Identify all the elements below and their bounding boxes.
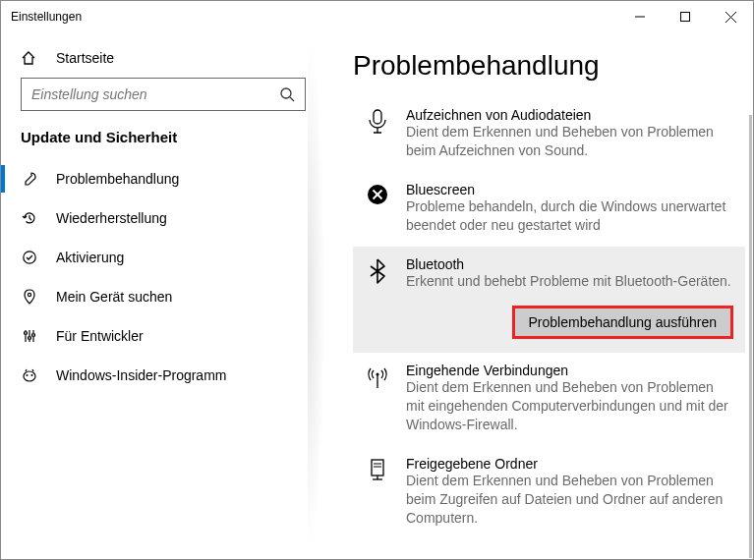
server-icon [365,456,390,528]
window-title: Einstellungen [11,10,617,24]
svg-point-14 [24,371,35,381]
sidebar-item-recovery[interactable]: Wiederherstellung [1,198,325,238]
svg-line-5 [290,97,294,101]
sidebar-item-label: Mein Gerät suchen [56,289,172,305]
insider-icon [21,367,38,383]
troubleshooter-bluescreen[interactable]: Bluescreen Probleme behandeln, durch die… [353,172,745,247]
settings-window: Einstellungen Startseite [0,0,754,560]
troubleshooter-title: Bluetooth [406,256,733,272]
sidebar-item-label: Windows-Insider-Programm [56,367,226,383]
main-panel: Problembehandlung Aufzeichnen von Audiod… [325,32,753,559]
scrollbar[interactable] [749,115,752,558]
svg-line-3 [725,12,736,23]
microphone-icon [365,107,390,160]
sidebar-item-label: Wiederherstellung [56,210,167,226]
window-controls [617,1,753,32]
nav-list: Problembehandlung Wiederherstellung Akti… [1,159,325,395]
troubleshooter-desc: Erkennt und behebt Probleme mit Bluetoot… [406,272,733,291]
troubleshooter-desc: Dient dem Erkennen und Beheben von Probl… [406,123,733,160]
svg-rect-1 [681,13,690,22]
svg-point-16 [31,374,33,376]
troubleshooter-desc: Probleme behandeln, durch die Windows un… [406,197,733,235]
check-circle-icon [21,250,38,265]
svg-rect-12 [29,337,31,339]
troubleshooter-desc: Dient dem Erkennen und Beheben von Probl… [406,472,733,528]
search-icon [279,86,295,102]
troubleshooter-desc: Dient dem Erkennen und Beheben von Probl… [406,378,733,434]
troubleshooter-title: Aufzeichnen von Audiodateien [406,107,733,123]
home-link[interactable]: Startseite [1,40,325,78]
search-input[interactable] [31,86,279,102]
svg-line-18 [32,369,33,371]
maximize-button[interactable] [663,1,708,32]
antenna-icon [365,363,390,434]
troubleshooter-title: Bluescreen [406,182,733,197]
svg-line-17 [26,369,27,371]
sidebar-item-label: Aktivierung [56,250,124,265]
troubleshooter-bluetooth[interactable]: Bluetooth Erkennt und behebt Probleme mi… [353,247,745,354]
svg-point-15 [27,374,29,376]
svg-point-6 [24,252,35,263]
svg-rect-19 [374,110,381,124]
sidebar-item-developers[interactable]: Für Entwickler [1,316,325,356]
run-troubleshooter-button[interactable]: Problembehandlung ausführen [512,306,733,339]
svg-rect-11 [25,332,28,334]
troubleshooter-incoming-connections[interactable]: Eingehende Verbindungen Dient dem Erkenn… [353,353,745,446]
sidebar-item-insider[interactable]: Windows-Insider-Programm [1,356,325,395]
troubleshooter-shared-folders[interactable]: Freigegebene Ordner Dient dem Erkennen u… [353,446,745,539]
home-icon [21,50,38,66]
svg-line-2 [725,12,736,23]
section-header: Update und Sicherheit [1,129,325,159]
troubleshooter-list: Aufzeichnen von Audiodateien Dient dem E… [353,97,745,539]
wrench-icon [21,171,38,187]
svg-rect-13 [32,334,35,336]
history-icon [21,210,38,226]
troubleshooter-audio-recording[interactable]: Aufzeichnen von Audiodateien Dient dem E… [353,97,745,172]
sidebar-item-find-device[interactable]: Mein Gerät suchen [1,277,325,316]
sidebar: Startseite Update und Sicherheit Problem… [1,32,325,559]
troubleshooter-title: Eingehende Verbindungen [406,363,733,378]
sidebar-item-label: Für Entwickler [56,328,144,344]
sidebar-item-label: Problembehandlung [56,171,179,187]
page-title: Problembehandlung [353,50,745,82]
sidebar-item-troubleshoot[interactable]: Problembehandlung [1,159,325,198]
content-area: Startseite Update und Sicherheit Problem… [1,32,753,559]
bluetooth-icon [365,256,390,342]
location-icon [21,289,38,305]
svg-point-4 [281,88,291,98]
minimize-button[interactable] [617,1,663,32]
troubleshooter-title: Freigegebene Ordner [406,456,733,472]
search-box[interactable] [21,78,306,111]
sliders-icon [21,328,38,344]
svg-point-7 [28,293,30,296]
close-button[interactable] [708,1,753,32]
home-label: Startseite [56,50,114,66]
titlebar: Einstellungen [1,1,753,32]
error-circle-icon [365,182,390,235]
sidebar-item-activation[interactable]: Aktivierung [1,238,325,277]
svg-rect-25 [372,460,383,476]
